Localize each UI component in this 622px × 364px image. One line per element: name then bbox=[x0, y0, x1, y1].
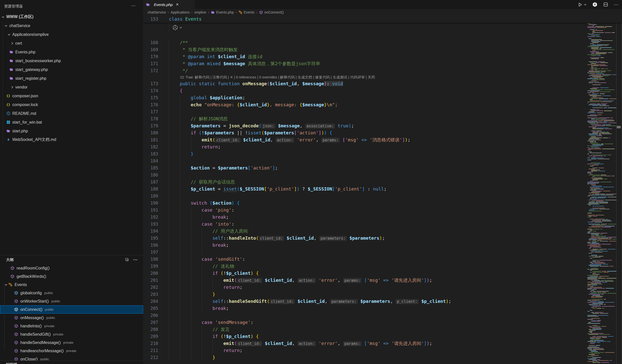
line-number[interactable]: 179 bbox=[143, 123, 158, 128]
line-number[interactable]: 206 bbox=[143, 313, 158, 318]
code-line-196[interactable]: 196 break; bbox=[143, 242, 622, 249]
line-number[interactable]: 200 bbox=[143, 271, 158, 276]
line-number[interactable]: 203 bbox=[143, 292, 158, 297]
codelens-trae-actions[interactable]: Trae: 解释代码 | 注释代码 | ✕ | 0 references | 0… bbox=[143, 74, 622, 80]
breadcrumb-item-smplive[interactable]: smplive bbox=[194, 10, 206, 14]
code-editor[interactable]: 153class Events 168 /**169 * 当客户端发来消息时触发… bbox=[143, 16, 622, 364]
code-line-187[interactable]: 187 // 获取用户会话信息 bbox=[143, 178, 622, 186]
line-number[interactable]: 192 bbox=[143, 215, 158, 220]
code-line-188[interactable]: 188 $p_client = isset($_SESSION['p_clien… bbox=[143, 186, 622, 193]
timeline-header[interactable]: 时间线 bbox=[0, 361, 143, 364]
line-number[interactable]: 210 bbox=[143, 341, 158, 346]
tree-item-websocket-api-md[interactable]: WebSocket_API文档.md bbox=[0, 135, 143, 144]
collapse-all-icon[interactable] bbox=[125, 258, 129, 262]
breadcrumb-item-events-php[interactable]: Events.php bbox=[211, 10, 234, 14]
outline-item-onmessage-[interactable]: onMessage()public bbox=[0, 314, 143, 322]
breadcrumb-item-applications[interactable]: Applications bbox=[171, 10, 190, 14]
code-line-172[interactable]: 172 */ bbox=[143, 67, 622, 74]
line-number[interactable]: 182 bbox=[143, 144, 158, 149]
code-line-203[interactable]: 203 } bbox=[143, 291, 622, 298]
more-actions-icon[interactable]: ⋯ bbox=[614, 2, 619, 8]
line-number[interactable]: 205 bbox=[143, 306, 158, 311]
code-line-176[interactable]: 176 echo "onMessage: {$client_id}, messa… bbox=[143, 101, 622, 108]
code-line-173[interactable]: 173 public static function onMessage($cl… bbox=[143, 80, 622, 87]
outline-item-onconnect-[interactable]: onConnect()public bbox=[0, 305, 143, 314]
line-number[interactable]: 186 bbox=[143, 172, 158, 177]
code-line-186[interactable]: 186 bbox=[143, 171, 622, 178]
breadcrumb-item-chatservice[interactable]: chatService bbox=[148, 10, 166, 14]
tree-item-start-for-win-bat[interactable]: start_for_win.bat bbox=[0, 118, 143, 127]
code-line-171[interactable]: 171 * @param mixed $message 具体消息，第2个参数是j… bbox=[143, 60, 622, 67]
explorer-more-actions-icon[interactable]: ⋯ bbox=[131, 3, 136, 9]
code-line-202[interactable]: 202 return; bbox=[143, 284, 622, 291]
tree-item-chatservice[interactable]: chatService bbox=[0, 21, 143, 30]
sticky-scroll-line[interactable]: 153class Events bbox=[143, 16, 622, 23]
line-number[interactable]: 172 bbox=[143, 68, 158, 73]
line-number[interactable]: 169 bbox=[143, 47, 158, 52]
code-line-168[interactable]: 168 /** bbox=[143, 39, 622, 46]
code-line-201[interactable]: 201 emit(client_id: $client_id, action: … bbox=[143, 277, 622, 284]
outline-more-actions-icon[interactable]: ⋯ bbox=[133, 257, 138, 262]
trae-quick-action-button[interactable] bbox=[172, 25, 182, 31]
line-number[interactable]: 199 bbox=[143, 264, 158, 269]
code-line-178[interactable]: 178 // 解析JSON消息 bbox=[143, 115, 622, 122]
line-number[interactable]: 196 bbox=[143, 243, 158, 248]
chevron-down-icon[interactable] bbox=[4, 283, 8, 287]
code-line-197[interactable]: 197 bbox=[143, 249, 622, 256]
code-line-185[interactable]: 185 $action = $parameters['action']; bbox=[143, 164, 622, 171]
code-line-175[interactable]: 175 global $application; bbox=[143, 94, 622, 101]
chevron-down-icon[interactable] bbox=[4, 24, 8, 28]
line-number[interactable]: 197 bbox=[143, 250, 158, 255]
tree-item-readme-md[interactable]: README.md bbox=[0, 109, 143, 118]
line-number[interactable]: 211 bbox=[143, 348, 158, 353]
code-line-199[interactable]: 199 // 送礼物 bbox=[143, 263, 622, 270]
line-number[interactable]: 173 bbox=[143, 81, 158, 86]
line-number[interactable]: 190 bbox=[143, 201, 158, 206]
line-number[interactable]: 201 bbox=[143, 278, 158, 283]
line-number[interactable]: 208 bbox=[143, 327, 158, 332]
outline-item-onclose-[interactable]: onClose()public bbox=[0, 355, 143, 361]
code-line-181[interactable]: 181 emit(client_id: $client_id, action: … bbox=[143, 136, 622, 143]
code-line-180[interactable]: 180 if (!$parameters || !isset($paramete… bbox=[143, 129, 622, 136]
tree-item-start-register-php[interactable]: start_register.php bbox=[0, 74, 143, 83]
code-line-191[interactable]: 191 case 'ping': bbox=[143, 207, 622, 214]
trae-extension-icon[interactable] bbox=[592, 2, 598, 7]
line-number[interactable]: 191 bbox=[143, 208, 158, 213]
scrollbar-thumb[interactable] bbox=[617, 126, 621, 128]
line-number[interactable]: 183 bbox=[143, 151, 158, 156]
tree-item-start-php[interactable]: start.php bbox=[0, 127, 143, 135]
code-line-206[interactable]: 206 bbox=[143, 312, 622, 319]
outline-item-handlesendmessage-[interactable]: handleSendMessage()private bbox=[0, 338, 143, 347]
chevron-right-icon[interactable] bbox=[10, 41, 14, 45]
tab-close-icon[interactable]: ✕ bbox=[175, 2, 179, 7]
line-number[interactable]: 176 bbox=[143, 102, 158, 107]
tree-item-start-businessworker-php[interactable]: start_businessworker.php bbox=[0, 56, 143, 65]
outline-item-handleanchormessage-[interactable]: handleanchorMessage()private bbox=[0, 347, 143, 355]
chevron-down-icon[interactable] bbox=[7, 33, 11, 37]
minimap[interactable] bbox=[587, 21, 616, 364]
tree-item-applications-smplive[interactable]: Applications\smplive bbox=[0, 30, 143, 39]
tree-item-composer-json[interactable]: {}composer.json bbox=[0, 92, 143, 100]
code-line-184[interactable]: 184 bbox=[143, 157, 622, 164]
split-editor-icon[interactable] bbox=[603, 2, 608, 7]
code-line-192[interactable]: 192 break; bbox=[143, 214, 622, 221]
line-number[interactable]: 180 bbox=[143, 130, 158, 135]
code-line-208[interactable]: 208 // 发言 bbox=[143, 326, 622, 333]
line-number[interactable]: 212 bbox=[143, 355, 158, 360]
code-line-193[interactable]: 193 case 'into': bbox=[143, 221, 622, 228]
code-line-183[interactable]: 183 } bbox=[143, 150, 622, 157]
code-line-170[interactable]: 170 * @param int $client_id 连接id bbox=[143, 53, 622, 60]
code-line-194[interactable]: 194 // 用户进入房间 bbox=[143, 228, 622, 235]
line-number[interactable]: 185 bbox=[143, 165, 158, 170]
line-number[interactable]: 193 bbox=[143, 222, 158, 227]
outline-item-onworkerstart-[interactable]: onWorkerStart()public bbox=[0, 297, 143, 305]
outline-item-getblackwords-[interactable]: getBlackWords() bbox=[0, 272, 143, 281]
line-number[interactable]: 177 bbox=[143, 109, 158, 114]
line-number[interactable]: 168 bbox=[143, 40, 158, 45]
code-line-200[interactable]: 200 if (!$p_client) { bbox=[143, 270, 622, 277]
breadcrumb-item-onconnect-[interactable]: onConnect() bbox=[259, 10, 284, 14]
line-number[interactable]: 188 bbox=[143, 187, 158, 192]
tab-events-php[interactable]: Events.php ✕ bbox=[143, 0, 195, 9]
line-number[interactable]: 194 bbox=[143, 229, 158, 234]
code-line-210[interactable]: 210 emit(client_id: $client_id, action: … bbox=[143, 340, 622, 347]
